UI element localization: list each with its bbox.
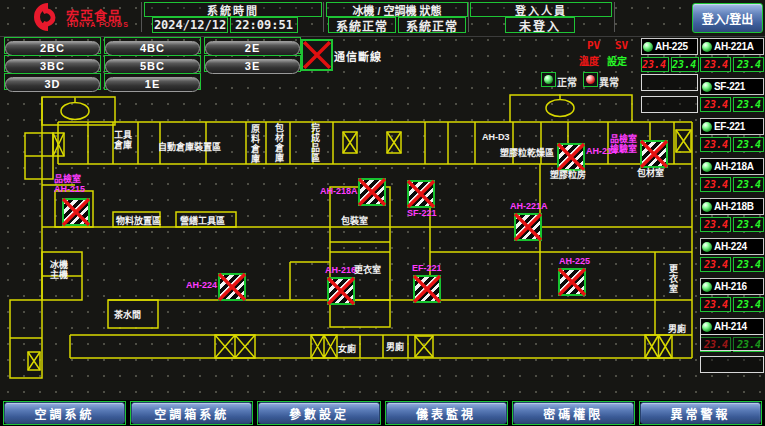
- unit-sv-value: 23.4: [671, 57, 699, 72]
- brand-name-en: HUNYA FOODS: [67, 21, 129, 28]
- nav-button[interactable]: 參數設定: [258, 402, 379, 424]
- unit-name: AH-218A: [714, 161, 754, 172]
- comm-loss-x-icon: [326, 276, 356, 306]
- equipment-icon-comm-loss[interactable]: [62, 198, 90, 226]
- unit-button[interactable]: AH-214: [700, 318, 764, 335]
- equipment-icon-comm-loss[interactable]: [407, 180, 435, 208]
- comm-loss-x-icon: [406, 179, 436, 209]
- empty-slot: [641, 74, 698, 91]
- unit-button[interactable]: AH-225: [641, 38, 698, 55]
- pv-header: PV: [587, 39, 600, 52]
- plan-label: 茶水間: [114, 310, 141, 320]
- chiller-status-value: 系統正常: [328, 17, 396, 33]
- equipment-icon-comm-loss[interactable]: [558, 268, 586, 296]
- divider: [614, 2, 615, 32]
- nav-button[interactable]: 空調系統: [4, 402, 125, 424]
- floor-button[interactable]: 2BC: [5, 41, 100, 56]
- login-user-value: 未登入: [505, 17, 575, 33]
- comm-loss-x-icon: [556, 142, 586, 172]
- equipment-icon-comm-loss[interactable]: [557, 143, 585, 171]
- unit-button[interactable]: AH-218B: [700, 198, 764, 215]
- unit-name: AH-224: [714, 241, 747, 252]
- plan-label: AH-D3: [482, 132, 510, 142]
- unit-pv-value: 23.4: [700, 97, 731, 112]
- unit-sv-value: 23.4: [733, 257, 764, 272]
- floor-button[interactable]: 3BC: [5, 59, 100, 74]
- nav-button[interactable]: 密碼權限: [513, 402, 634, 424]
- floor-button[interactable]: 1E: [105, 77, 200, 92]
- plan-label: 品檢室 AH-215: [54, 174, 85, 194]
- top-bar: 宏亞食品 HUNYA FOODS 系統時間 2024/12/12 22:09:5…: [0, 0, 765, 37]
- comm-loss-x-icon: [412, 274, 442, 304]
- plan-label: 原料倉庫: [250, 124, 259, 164]
- plan-label: 自動倉庫裝置區: [158, 142, 221, 152]
- unit-pv-value: 23.4: [700, 57, 731, 72]
- sv-name-label: 設定: [607, 53, 627, 68]
- comm-loss-x-icon: [557, 267, 587, 297]
- equipment-icon-comm-loss[interactable]: [327, 277, 355, 305]
- unit-button[interactable]: SF-221: [700, 78, 764, 95]
- unit-status-led-icon: [702, 82, 712, 92]
- unit-button[interactable]: EF-221: [700, 118, 764, 135]
- unit-button[interactable]: AH-216: [700, 278, 764, 295]
- equipment-icon-comm-loss[interactable]: [218, 273, 246, 301]
- floor-button[interactable]: 3D: [5, 77, 100, 92]
- plan-label: 包材室: [637, 168, 664, 178]
- pv-name-label: 溫度: [579, 53, 599, 68]
- equipment-icon-comm-loss[interactable]: [640, 140, 668, 168]
- machine-status-header: 冰機 / 空調機 狀態: [326, 2, 468, 17]
- unit-status-led-icon: [702, 42, 712, 52]
- plan-label: 品檢室 檢驗室: [610, 134, 637, 154]
- system-date-value: 2024/12/12: [152, 17, 228, 33]
- unit-pv-value: 23.4: [700, 297, 731, 312]
- system-time-header: 系統時間: [144, 2, 322, 17]
- unit-status-led-icon: [702, 202, 712, 212]
- unit-column-left: AH-225 23.4 23.4: [641, 38, 698, 78]
- plan-label: 包材倉庫: [274, 123, 283, 163]
- unit-name: AH-214: [714, 321, 747, 332]
- nav-button[interactable]: 異常警報: [640, 402, 761, 424]
- unit-status-led-icon: [702, 282, 712, 292]
- plan-label: 物料放置區: [116, 216, 161, 226]
- login-logout-button[interactable]: 登入/登出: [692, 3, 763, 33]
- abnormal-led-icon: [583, 72, 598, 87]
- floor-button[interactable]: 3E: [205, 59, 300, 74]
- unit-sv-value: 23.4: [733, 217, 764, 232]
- plan-label: AH-224: [186, 280, 217, 290]
- comm-loss-x-icon: [513, 212, 543, 242]
- unit-row: AH-221A 23.4 23.4: [700, 38, 764, 72]
- sv-header: SV: [615, 39, 628, 52]
- unit-button[interactable]: AH-221A: [700, 38, 764, 55]
- equipment-icon-comm-loss[interactable]: [514, 213, 542, 241]
- plan-label: AH-218A: [320, 186, 358, 196]
- equipment-icon-comm-loss[interactable]: [413, 275, 441, 303]
- comm-loss-x-icon: [357, 177, 387, 207]
- plan-label: AH-221A: [510, 201, 548, 211]
- unit-name: EF-221: [714, 121, 745, 132]
- comm-loss-x-icon: [639, 139, 669, 169]
- unit-button[interactable]: AH-224: [700, 238, 764, 255]
- comm-loss-legend-icon: [301, 39, 333, 71]
- equipment-icon-comm-loss[interactable]: [358, 178, 386, 206]
- comm-loss-x-icon: [217, 272, 247, 302]
- hmi-screen: 宏亞食品 HUNYA FOODS 系統時間 2024/12/12 22:09:5…: [0, 0, 765, 426]
- unit-row: AH-225 23.4 23.4: [641, 38, 698, 72]
- unit-button[interactable]: AH-218A: [700, 158, 764, 175]
- floor-button[interactable]: 5BC: [105, 59, 200, 74]
- unit-status-led-icon: [643, 42, 653, 52]
- nav-button[interactable]: 空調箱系統: [131, 402, 252, 424]
- ahu-status-value: 系統正常: [398, 17, 466, 33]
- floor-button[interactable]: 2E: [205, 41, 300, 56]
- floor-buttons: 2BC 4BC 2E 3BC 5BC 3E 3D: [4, 37, 301, 90]
- plan-label: 塑膠粒房: [550, 170, 586, 180]
- unit-name: AH-216: [714, 281, 747, 292]
- plan-label: 營繕工具區: [180, 216, 225, 226]
- plan-label: SF-221: [407, 208, 437, 218]
- normal-legend-label: 正常: [557, 74, 577, 89]
- plan-label: 女廁: [338, 344, 356, 354]
- nav-button[interactable]: 儀表監視: [386, 402, 507, 424]
- empty-slot: [700, 356, 764, 373]
- floor-button[interactable]: 4BC: [105, 41, 200, 56]
- unit-status-led-icon: [702, 162, 712, 172]
- unit-row: SF-221 23.4 23.4: [700, 78, 764, 112]
